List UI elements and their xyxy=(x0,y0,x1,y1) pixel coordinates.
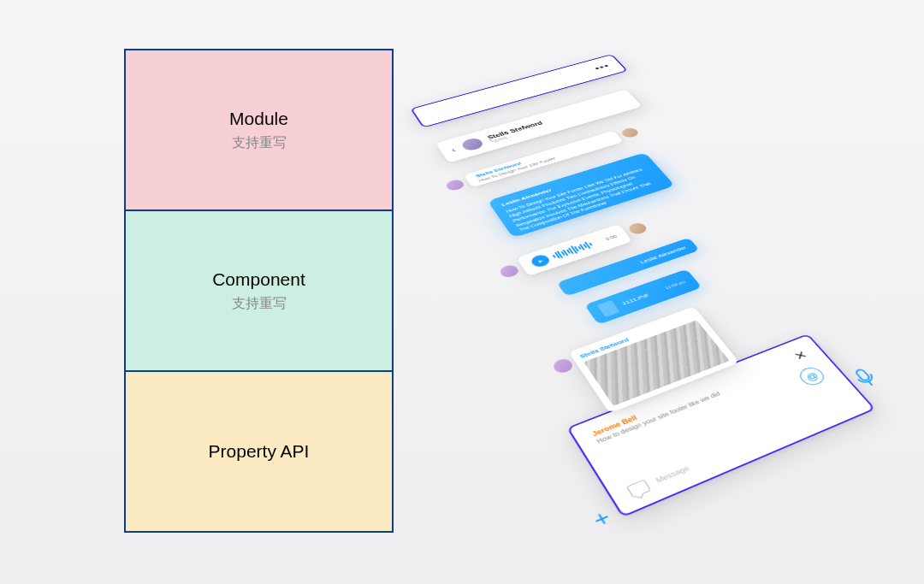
avatar xyxy=(498,263,521,280)
architecture-diagram: Module 支持重写 Component 支持重写 Property API xyxy=(124,49,394,533)
chat-icon xyxy=(626,479,652,498)
layer-module-subtitle: 支持重写 xyxy=(232,134,287,152)
close-icon[interactable]: ✕ xyxy=(791,348,810,363)
layer-component-title: Component xyxy=(212,269,305,290)
more-icon[interactable]: ••• xyxy=(592,62,612,73)
file-icon xyxy=(597,300,620,317)
avatar xyxy=(459,137,485,152)
layer-module: Module 支持重写 xyxy=(124,49,394,211)
avatar xyxy=(626,221,649,236)
waveform-icon xyxy=(550,237,604,261)
plus-icon[interactable]: + xyxy=(588,504,616,534)
avatar xyxy=(444,178,466,192)
layer-property-title: Property API xyxy=(209,441,310,462)
svg-rect-0 xyxy=(855,369,870,381)
svg-line-1 xyxy=(868,381,872,385)
message-input[interactable]: Message xyxy=(654,398,850,484)
play-icon[interactable]: ▸ xyxy=(529,253,552,268)
image-preview xyxy=(583,320,730,406)
microphone-icon[interactable] xyxy=(849,365,881,390)
chat-mockup: ••• ‹ Stells Stefword Typing... Stells S… xyxy=(513,43,804,556)
file-name: 1111.Pdf xyxy=(620,292,649,306)
layer-module-title: Module xyxy=(229,109,288,129)
layer-component-subtitle: 支持重写 xyxy=(232,295,287,313)
message-sender: Leslie Alexander xyxy=(639,245,688,264)
audio-duration: 0:06 xyxy=(604,234,617,241)
file-time: 11:58 pm xyxy=(665,280,687,290)
avatar xyxy=(551,357,576,375)
layer-property: Property API xyxy=(124,372,394,533)
layer-component: Component 支持重写 xyxy=(124,211,394,372)
mention-icon[interactable]: @ xyxy=(796,365,829,388)
avatar xyxy=(619,127,641,139)
back-icon[interactable]: ‹ xyxy=(449,146,458,154)
